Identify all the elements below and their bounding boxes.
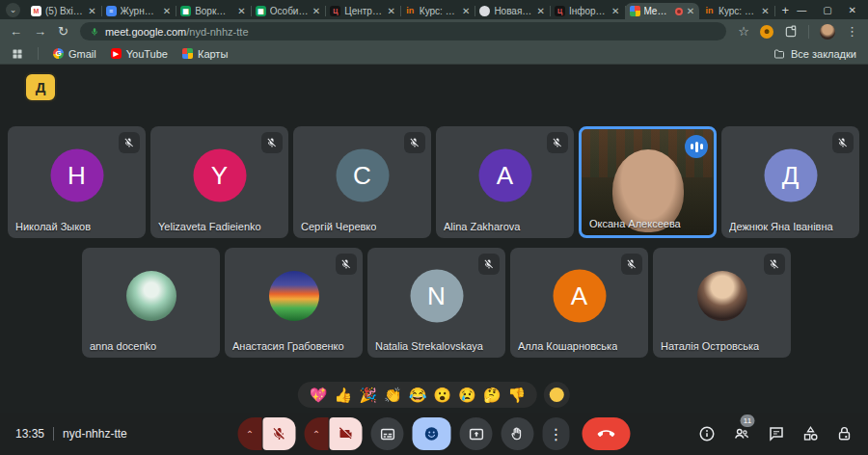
reload-icon[interactable]: ↻	[58, 24, 68, 39]
bookmark-youtube[interactable]: ▶YouTube	[111, 48, 168, 60]
avatar: С	[336, 149, 389, 202]
participant-tile[interactable]: ААлла Кошарновська	[510, 248, 648, 358]
browser-tab-6[interactable]: Новая вкл✕	[475, 3, 550, 19]
lock-icon	[836, 425, 853, 442]
browser-tab-9[interactable]: inКурс: 1.1✕	[699, 3, 774, 19]
reaction-emoji-1[interactable]: 👍	[334, 388, 352, 402]
bookmarks-bar: GGmail▶YouTubeКарты Все закладки	[0, 43, 868, 65]
browser-tab-0[interactable]: M(5) Вхідні -✕	[26, 3, 101, 19]
participant-tile[interactable]: YYelizaveta Fadieienko	[150, 126, 288, 238]
muted-mic-icon	[621, 254, 642, 275]
tab-title: Центр пси	[344, 6, 383, 16]
back-icon[interactable]: ←	[10, 24, 22, 39]
raise-hand-icon	[510, 426, 526, 442]
tab-close-icon[interactable]: ✕	[88, 6, 95, 16]
tab-close-icon[interactable]: ✕	[761, 6, 769, 16]
tab-close-icon[interactable]: ✕	[687, 6, 694, 16]
profile-avatar[interactable]	[820, 24, 835, 40]
reaction-emoji-8[interactable]: 👎	[508, 388, 527, 402]
reaction-emoji-0[interactable]: 💖	[310, 388, 328, 402]
muted-mic-icon	[547, 132, 568, 153]
skin-tone-dot	[550, 388, 564, 402]
reaction-emoji-6[interactable]: 😢	[458, 388, 476, 402]
participant-tile[interactable]: Анастасия Грабовенко	[225, 248, 363, 358]
mic-options-chevron[interactable]: ⌃	[238, 417, 262, 450]
extension-icon[interactable]: ☻	[760, 25, 773, 39]
bookmark-star-icon[interactable]: ☆	[738, 24, 749, 39]
mic-in-use-icon	[90, 27, 99, 37]
end-call-button[interactable]	[583, 417, 631, 450]
bookmark-карты[interactable]: Карты	[182, 48, 228, 60]
tab-close-icon[interactable]: ✕	[611, 6, 619, 16]
bookmark-label: YouTube	[126, 48, 168, 60]
all-bookmarks[interactable]: Все закладки	[773, 48, 856, 60]
reaction-emoji-4[interactable]: 😂	[409, 388, 427, 402]
present-button[interactable]	[460, 417, 493, 450]
tab-close-icon[interactable]: ✕	[312, 6, 320, 16]
apps-grid-icon[interactable]	[12, 48, 23, 60]
bookmark-gmail[interactable]: GGmail	[53, 48, 96, 60]
extensions-panel-icon[interactable]	[784, 25, 798, 39]
participant-tile[interactable]: ННиколай Зыков	[8, 126, 146, 238]
participant-name: Оксана Алексеева	[589, 218, 681, 229]
reaction-emoji-7[interactable]: 🤔	[483, 388, 502, 402]
camera-off-button[interactable]	[330, 417, 363, 450]
tab-search-button[interactable]: ⌄	[6, 3, 20, 17]
participant-tile[interactable]: АAlina Zakharova	[436, 126, 574, 238]
reactions-bar: 💖👍🎉👏😂😮😢🤔👎	[298, 382, 570, 408]
tab-close-icon[interactable]: ✕	[462, 6, 470, 16]
participant-tile[interactable]: Оксана Алексеева	[579, 126, 717, 238]
participant-tile[interactable]: Наталія Островська	[653, 248, 791, 358]
forward-icon[interactable]: →	[34, 24, 46, 39]
reaction-emoji-2[interactable]: 🎉	[359, 388, 377, 402]
reaction-emoji-5[interactable]: 😮	[433, 388, 451, 402]
reaction-emoji-3[interactable]: 👏	[384, 388, 402, 402]
recording-indicator-icon	[675, 8, 683, 15]
participants-button[interactable]: 11	[732, 425, 751, 442]
browser-tab-8[interactable]: Meet -✕	[625, 3, 700, 19]
tab-close-icon[interactable]: ✕	[163, 6, 171, 16]
chat-button[interactable]	[768, 425, 785, 442]
captions-button[interactable]	[371, 417, 404, 450]
close-window-button[interactable]: ✕	[849, 5, 856, 15]
browser-tab-7[interactable]: ЦІнформаці✕	[550, 3, 625, 19]
participant-name: Алла Кошарновська	[518, 340, 617, 352]
participant-name: Natalia Strekalovskaya	[375, 340, 483, 352]
new-tab-button[interactable]: +	[782, 3, 790, 17]
address-bar[interactable]: meet.google.com/nyd-nhhz-tte	[80, 22, 726, 40]
skin-tone-button[interactable]	[544, 382, 570, 408]
participant-name: Наталія Островська	[661, 340, 759, 352]
centr-favicon: Ц	[330, 6, 340, 16]
tab-close-icon[interactable]: ✕	[237, 6, 245, 16]
meeting-details-button[interactable]	[698, 425, 716, 442]
raise-hand-button[interactable]	[502, 417, 534, 450]
browser-tab-2[interactable]: ▦Воркшоп_✕	[176, 3, 251, 19]
tab-title: Meet -	[644, 6, 671, 16]
browser-tab-5[interactable]: inКурс: Під✕	[400, 3, 475, 19]
muted-mic-icon	[261, 132, 283, 153]
more-options-button[interactable]: ⋮	[543, 417, 570, 450]
host-controls-button[interactable]	[836, 425, 853, 442]
browser-menu-icon[interactable]: ⋮	[846, 24, 858, 39]
minimize-button[interactable]: —	[797, 5, 806, 15]
participant-tile[interactable]: ДДежнюк Яна Іванівна	[721, 126, 859, 238]
avatar-photo	[697, 271, 747, 321]
activities-button[interactable]	[801, 425, 820, 442]
end-call-icon	[598, 425, 615, 442]
participant-tile[interactable]: ССергій Черевко	[293, 126, 431, 238]
tab-close-icon[interactable]: ✕	[537, 6, 545, 16]
mic-muted-button[interactable]	[263, 417, 296, 450]
bookmarks-separator	[38, 47, 39, 60]
participant-tile[interactable]: anna docenko	[82, 248, 220, 358]
tab-close-icon[interactable]: ✕	[387, 6, 394, 16]
tab-title: Курс: 1.1	[719, 6, 757, 16]
participant-tile[interactable]: NNatalia Strekalovskaya	[367, 248, 505, 358]
reactions-toggle-button[interactable]	[413, 417, 451, 450]
maximize-button[interactable]: ▢	[823, 5, 831, 15]
browser-tab-3[interactable]: ▦Особисті✕	[251, 3, 326, 19]
extension-overlay-badge[interactable]: Д	[24, 72, 57, 102]
browser-tab-1[interactable]: ≡Журнал р✕	[101, 3, 176, 19]
camera-options-chevron[interactable]: ⌃	[305, 417, 329, 450]
participant-name: Анастасия Грабовенко	[232, 340, 344, 352]
browser-tab-4[interactable]: ЦЦентр пси✕	[325, 3, 400, 19]
